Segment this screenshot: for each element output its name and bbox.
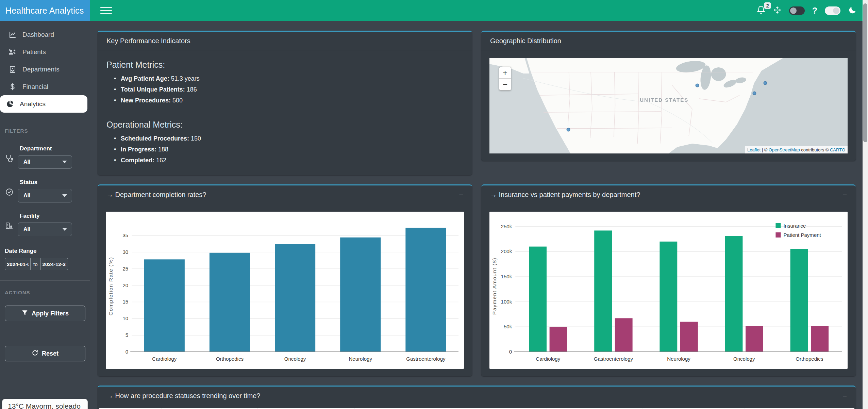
notifications-button[interactable]: 2 — [756, 5, 766, 16]
status-select[interactable]: All — [18, 189, 72, 202]
hamburger-menu-icon[interactable] — [100, 7, 112, 14]
filter-label: Department — [18, 145, 72, 152]
filter-status: Status All — [0, 169, 90, 202]
scrollbar-thumb[interactable] — [863, 3, 867, 142]
sidebar-item-departments[interactable]: Departments — [0, 61, 90, 78]
funnel-icon — [21, 309, 28, 318]
sidebar-item-patients[interactable]: Patients — [0, 43, 90, 61]
theme-toggle-off[interactable] — [789, 6, 805, 15]
navbar: 2 ? — [90, 0, 863, 21]
fullscreen-button[interactable] — [773, 6, 782, 16]
kpi-section-heading: Patient Metrics: — [106, 60, 464, 70]
mode-toggle-on[interactable] — [825, 6, 840, 15]
sidebar-item-label: Patients — [22, 48, 46, 56]
svg-text:Neurology: Neurology — [667, 356, 690, 362]
help-icon[interactable]: ? — [812, 6, 817, 16]
carto-link[interactable]: CARTO — [830, 147, 845, 152]
sidebar-item-dashboard[interactable]: Dashboard — [0, 26, 90, 43]
sidebar-item-label: Dashboard — [22, 31, 54, 38]
reset-button[interactable]: Reset — [5, 346, 85, 361]
svg-text:150k: 150k — [501, 274, 512, 279]
expand-icon — [773, 6, 782, 16]
filter-department: Department All — [0, 135, 90, 169]
svg-text:Gastroenterology: Gastroenterology — [594, 356, 633, 362]
map-marker[interactable] — [566, 128, 570, 131]
weather-text: 13°C Mayorm. soleado — [8, 402, 81, 409]
page: Healthcare Analytics 2 — [0, 0, 868, 409]
country-label: UNITED STATES — [640, 97, 688, 103]
kpi-item: Scheduled Procedures: 150 — [121, 135, 464, 142]
sidebar: Dashboard Patients Departments — [0, 21, 90, 409]
sidebar-item-analytics[interactable]: Analytics — [0, 95, 87, 113]
chart-line-icon — [8, 31, 17, 39]
payments-chart[interactable]: 050k100k150k200k250kInsurancePatient Pay… — [489, 212, 848, 369]
kpi-item: Completed: 162 — [121, 157, 464, 164]
kpi-list: Avg Patient Age: 51.3 years Total Unique… — [121, 75, 464, 104]
facility-icon — [4, 213, 14, 230]
department-select[interactable]: All — [18, 155, 72, 169]
chevron-down-icon — [62, 194, 67, 197]
map-marker[interactable] — [753, 91, 756, 95]
facility-select[interactable]: All — [18, 223, 72, 236]
top-bar: Healthcare Analytics 2 — [0, 0, 863, 21]
svg-text:20: 20 — [122, 282, 128, 288]
main-content: Key Performance Indicators Patient Metri… — [90, 21, 863, 409]
minimize-icon[interactable]: − — [459, 193, 463, 197]
zoom-out-button[interactable]: − — [499, 79, 511, 90]
svg-text:Cardiology: Cardiology — [152, 356, 177, 362]
completion-rates-chart[interactable]: 05101520253035CardiologyOrthopedicsOncol… — [106, 212, 464, 369]
svg-text:200k: 200k — [501, 248, 512, 254]
date-from-input[interactable] — [5, 258, 31, 270]
svg-text:Cardiology: Cardiology — [536, 356, 560, 362]
minimize-icon[interactable]: − — [842, 193, 847, 197]
sidebar-item-financial[interactable]: Financial — [0, 78, 90, 95]
main-column: Healthcare Analytics 2 — [0, 0, 863, 409]
date-to-word: to — [31, 258, 41, 270]
map-marker[interactable] — [695, 84, 699, 87]
payments-panel: → Insurance vs patient payments by depar… — [481, 184, 856, 376]
svg-text:35: 35 — [122, 232, 128, 238]
refresh-icon — [32, 349, 38, 358]
app-title: Healthcare Analytics — [0, 0, 90, 21]
panel-title: Key Performance Indicators — [106, 37, 190, 45]
svg-text:Patient Payment: Patient Payment — [783, 232, 821, 238]
osm-link[interactable]: OpenStreetMap — [769, 147, 800, 152]
stethoscope-icon — [4, 145, 14, 163]
leaflet-map[interactable]: UNITED STATES + − Leaflet | © OpenStreet… — [489, 58, 848, 153]
filter-label: Facility — [18, 213, 72, 219]
moon-icon[interactable] — [848, 5, 857, 16]
svg-text:Orthopedics: Orthopedics — [796, 356, 823, 362]
zoom-in-button[interactable]: + — [499, 67, 511, 79]
scrollbar[interactable] — [863, 0, 868, 409]
select-value: All — [23, 159, 30, 165]
date-to-input[interactable] — [41, 258, 68, 270]
actions-heading: ACTIONS — [0, 281, 90, 297]
filter-facility: Facility All — [0, 202, 90, 236]
check-circle-icon — [4, 179, 14, 196]
kpi-panel-body: Patient Metrics: Avg Patient Age: 51.3 y… — [98, 50, 472, 175]
apply-filters-label: Apply Filters — [32, 310, 69, 317]
svg-text:25: 25 — [122, 266, 128, 272]
svg-text:Payment Amount ($): Payment Amount ($) — [491, 258, 497, 315]
toggle-knob — [833, 7, 839, 14]
hospital-icon — [8, 65, 17, 73]
kpi-panel-header: Key Performance Indicators — [98, 32, 472, 50]
chevron-down-icon — [62, 228, 67, 231]
kpi-item: Total Unique Patients: 186 — [121, 86, 464, 93]
dollar-icon — [8, 83, 17, 91]
minimize-icon[interactable]: − — [842, 394, 847, 398]
svg-text:0: 0 — [126, 349, 128, 355]
sidebar-nav: Dashboard Patients Departments — [0, 26, 90, 113]
svg-text:Insurance: Insurance — [783, 223, 806, 229]
svg-text:50k: 50k — [504, 324, 512, 329]
sidebar-item-label: Departments — [22, 66, 60, 73]
leaflet-link[interactable]: Leaflet — [747, 147, 761, 152]
map-marker[interactable] — [763, 81, 767, 85]
svg-text:Orthopedics: Orthopedics — [216, 356, 244, 362]
panel-title: → Department completion rates? — [106, 191, 206, 199]
kpi-panel: Key Performance Indicators Patient Metri… — [98, 31, 472, 175]
apply-filters-button[interactable]: Apply Filters — [5, 306, 85, 321]
panel-title: Geographic Distribution — [490, 37, 561, 45]
trend-panel: → How are procedure statuses trending ov… — [98, 386, 856, 409]
svg-text:15: 15 — [122, 299, 128, 305]
